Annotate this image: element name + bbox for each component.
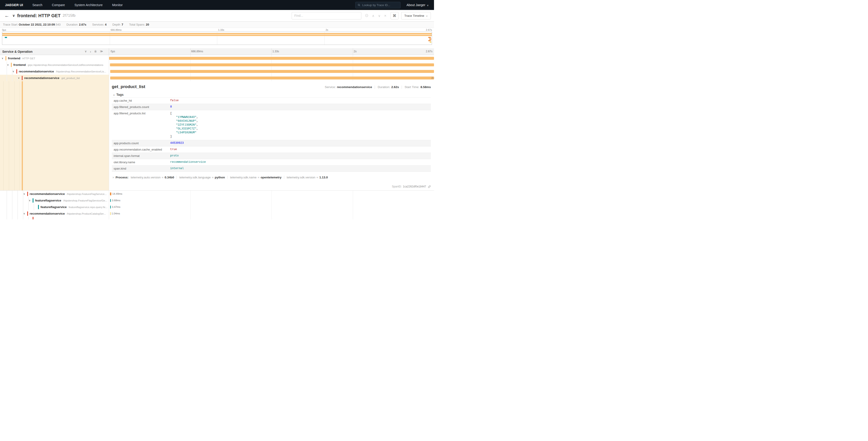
minimap-tick: 2s — [326, 29, 328, 31]
operation-name: get_product_list — [61, 77, 80, 80]
trace-id-lookup-input[interactable] — [362, 3, 398, 7]
services-value: 4 — [105, 23, 106, 26]
span-duration-label: 2.62s — [432, 77, 434, 79]
find-clear-icon[interactable] — [384, 14, 386, 18]
span-row[interactable]: frontend HTTP GET — [0, 55, 434, 62]
span-bar[interactable] — [110, 70, 434, 73]
chevron-down-icon[interactable] — [7, 63, 11, 66]
nav-item-system-architecture[interactable]: System Architecture — [70, 3, 107, 7]
process-section-toggle[interactable]: Process: telemetry.auto.version0.34b0 te… — [112, 175, 431, 179]
services-label: Services — [92, 23, 104, 26]
selected-span-guide — [22, 81, 23, 190]
find-next-icon[interactable] — [378, 14, 381, 18]
chevron-down-icon[interactable] — [23, 193, 27, 195]
span-row[interactable]: frontend grpc.hipstershop.Recommendation… — [0, 62, 434, 68]
span-row[interactable]: recommendationservice /hipstershop.Produ… — [0, 210, 434, 217]
process-label: Process: — [116, 176, 128, 179]
product-id: OLJCESPC7Z — [176, 127, 196, 130]
minimap-ticks: 0μs 666.89ms 1.33s 2s 2.67s — [2, 29, 432, 31]
span-row-partial[interactable] — [0, 217, 434, 219]
service-color-strip — [27, 192, 28, 196]
service-color-strip — [33, 198, 33, 203]
tag-value: 8 — [168, 104, 174, 110]
minimap-span-mark — [429, 38, 431, 40]
duration-label: Duration — [66, 23, 78, 26]
span-row[interactable]: recommendationservice /hipstershop.Featu… — [0, 190, 434, 197]
collapse-all-icon[interactable] — [100, 50, 103, 53]
expand-one-icon[interactable] — [85, 50, 87, 53]
copy-link-icon[interactable] — [428, 185, 431, 188]
span-row[interactable]: recommendationservice /hipstershop.Recom… — [0, 68, 434, 75]
operation-name: /hipstershop.FeatureFlagService... — [67, 193, 106, 195]
span-duration-label: 3.47ms — [112, 206, 120, 208]
navbar-brand[interactable]: JAEGER UI — [0, 3, 28, 7]
keyboard-shortcuts-button[interactable] — [391, 12, 399, 20]
trace-minimap: 0μs 666.89ms 1.33s 2s 2.67s — [0, 28, 434, 45]
tags-table: app.cache_hit false app.filtered_product… — [112, 97, 431, 172]
zoom-out-icon[interactable] — [365, 14, 368, 18]
nav-item-search[interactable]: Search — [28, 3, 47, 7]
nav-item-monitor[interactable]: Monitor — [107, 3, 127, 7]
chevron-down-icon — [113, 93, 115, 96]
span-row-selected[interactable]: recommendationservice get_product_list 2… — [0, 75, 434, 81]
operation-name: HTTP GET — [22, 57, 35, 60]
span-row[interactable]: featureflagservice /hipstershop.FeatureF… — [0, 197, 434, 204]
start-time-value: 8.58ms — [421, 85, 431, 89]
collapse-one-icon[interactable] — [90, 50, 91, 53]
expand-all-icon[interactable] — [94, 50, 97, 53]
span-bar[interactable] — [109, 57, 434, 60]
collapse-header-chevron-icon[interactable] — [12, 13, 15, 18]
tag-row: app.filtered_products.count 8 — [112, 104, 431, 110]
duration-value: 2.67s — [79, 23, 87, 26]
span-detail-panel: get_product_list Service: recommendation… — [109, 81, 434, 190]
span-bar[interactable] — [110, 193, 111, 195]
chevron-down-icon[interactable] — [23, 212, 27, 215]
service-name: frontend — [13, 63, 26, 66]
tag-key: app.filtered_products.count — [112, 104, 168, 110]
span-bar[interactable] — [110, 199, 111, 202]
find-input[interactable] — [292, 12, 361, 20]
minimap-canvas[interactable] — [2, 32, 432, 45]
tag-value: false — [168, 97, 181, 104]
about-jaeger-label: About Jaeger — [406, 3, 425, 7]
about-jaeger-menu[interactable]: About Jaeger — [404, 3, 434, 7]
span-bar[interactable] — [110, 206, 111, 208]
service-color-strip — [16, 69, 17, 74]
service-value: recommendationservice — [337, 85, 372, 89]
chevron-down-icon[interactable] — [29, 199, 33, 202]
process-item: telemetry.auto.version0.34b0 — [131, 176, 174, 179]
span-bar[interactable] — [110, 63, 434, 66]
trace-id-lookup[interactable] — [355, 2, 401, 8]
back-arrow-button[interactable] — [4, 13, 9, 18]
chevron-down-icon[interactable] — [2, 57, 5, 60]
operation-name: grpc.hipstershop.RecommendationService/L… — [28, 64, 103, 66]
product-id: 2ZYFJ3GM2N — [176, 123, 196, 126]
chevron-down-icon[interactable] — [12, 70, 16, 73]
span-bar[interactable] — [110, 77, 434, 80]
product-id: 66VCHSJNUP — [176, 120, 196, 123]
find-prev-icon[interactable] — [372, 14, 374, 18]
tag-key: app.recommendation.cache_enabled — [112, 146, 168, 153]
minimap-span-mark — [5, 37, 7, 38]
span-tree-offset — [0, 81, 109, 190]
span-bar[interactable] — [110, 212, 111, 215]
minimap-tick: 0μs — [2, 29, 6, 31]
tag-value: internal — [168, 166, 186, 172]
span-id-value: 1ca2262df0e18447 — [403, 185, 426, 188]
chevron-down-icon[interactable] — [18, 77, 22, 80]
ruler-tick: 666.89ms — [191, 50, 203, 53]
tag-value: proto — [168, 153, 181, 159]
ruler-tick: 2s — [354, 50, 356, 53]
service-color-strip — [33, 217, 33, 219]
tag-key: span.kind — [112, 166, 168, 172]
span-row[interactable]: featureflagservice featureflagservice.re… — [0, 204, 434, 210]
service-color-strip — [38, 205, 39, 209]
depth-label: Depth — [113, 23, 120, 26]
nav-item-compare[interactable]: Compare — [47, 3, 70, 7]
service-name: frontend — [8, 57, 20, 60]
minimap-tick: 2.67s — [426, 29, 432, 31]
duration-label: Duration: — [378, 85, 390, 89]
tags-section-toggle[interactable]: Tags — [113, 93, 431, 96]
trace-view-selector[interactable]: Trace Timeline — [401, 12, 431, 20]
span-duration-label: 3.68ms — [112, 199, 120, 202]
